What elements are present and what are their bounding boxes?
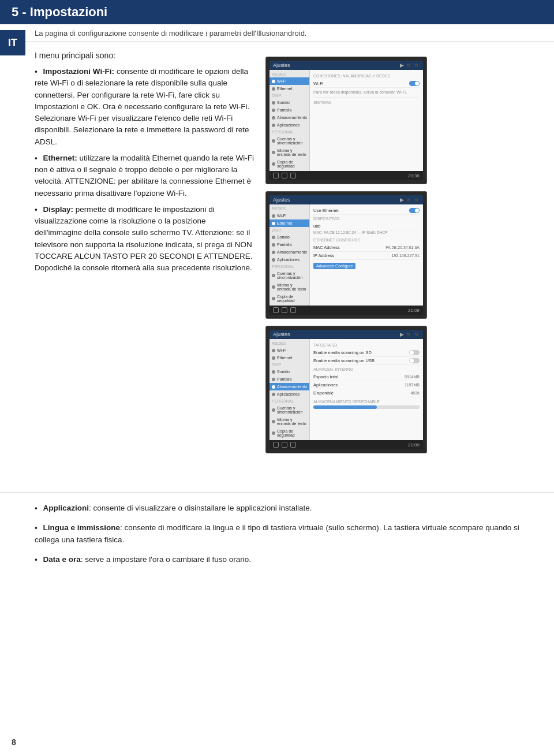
screenshot-storage: Ajustes ▶ ◾ ◾ REDES Wi-Fi Et	[265, 326, 427, 453]
cuentas-dot-2	[272, 274, 275, 277]
sidebar-item-idioma-3[interactable]: Idioma y entrada de texto	[269, 416, 309, 427]
wifi-dot-3	[272, 349, 275, 352]
sidebar-group-dispositivo-3: DISP.	[269, 362, 309, 368]
nav-back-1	[273, 173, 279, 178]
screenshot-sidebar-1: REDES Wi-Fi Ethernet DISP.	[269, 70, 310, 171]
sidebar-item-cuentas-3[interactable]: Cuentas y sincronización	[269, 404, 309, 416]
wifi-section-label-2: SISTEMA	[313, 100, 420, 105]
bottom-text-applicazioni: : consente di visualizzare o disinstalla…	[89, 504, 312, 512]
menu-item-ethernet: Ethernet: utilizzare la modalità Etherne…	[35, 152, 254, 199]
sidebar-item-wifi-2[interactable]: Wi-Fi	[269, 212, 309, 219]
app-dot-3	[272, 393, 275, 396]
sidebar-app-label-1: Aplicaciones	[277, 123, 300, 127]
ethernet-dot-3	[272, 356, 275, 360]
ip-address-row: IP Address 192.168.227.91	[313, 252, 420, 260]
nav-back-3	[273, 442, 279, 448]
wifi-toggle[interactable]	[409, 81, 420, 86]
sidebar-group-redes-3: REDES	[269, 340, 309, 347]
page-number: 8	[12, 738, 16, 747]
menu-item-display-text: permette di modificare le impostazioni d…	[35, 205, 253, 272]
sidebar-sonido-label-3: Sonido	[277, 370, 290, 374]
copia-dot-1	[272, 162, 275, 166]
sidebar-item-idioma-2[interactable]: Idioma y entrada de texto	[269, 281, 309, 293]
sidebar-item-wifi-1[interactable]: Wi-Fi	[269, 77, 309, 85]
sidebar-item-copia-3[interactable]: Copia de seguridad	[269, 427, 309, 439]
bottom-text: Applicazioni: consente di visualizzare o…	[0, 492, 554, 582]
mac-address-label: MAC Address	[313, 245, 340, 250]
sidebar-group-personal-2: PERSONAL	[269, 263, 309, 270]
screenshot-main-1: CONEXIONES INALÁMBRICAS Y REDES Wi-Fi Pa…	[310, 70, 423, 171]
screenshot-header-3: Ajustes ▶ ◾ ◾	[269, 330, 423, 339]
bottom-label-data: Data e ora	[43, 555, 81, 564]
screenshot-inner-2: Ajustes ▶ ◾ ◾ REDES Wi-Fi Et	[269, 195, 423, 315]
nav-home-2	[282, 307, 287, 313]
enable-sd-toggle[interactable]	[409, 350, 420, 355]
screenshot-time-1: 20:38	[408, 173, 420, 178]
ethernet-toggle[interactable]	[409, 208, 420, 213]
sidebar-app-label-2: Aplicaciones	[277, 258, 300, 262]
screenshot-header-1: Ajustes ▶ ◾ ◾	[269, 61, 423, 70]
storage-bar	[313, 405, 420, 409]
sidebar-item-idioma-1[interactable]: Idioma y entrada de texto	[269, 147, 309, 158]
advanced-configure-btn[interactable]: Advanced Configure	[313, 263, 355, 269]
enable-sd-row: Enable media scanning on SD	[313, 349, 420, 357]
sidebar-item-almacen-1[interactable]: Almacenamiento	[269, 114, 309, 121]
sidebar-wifi-label-1: Wi-Fi	[277, 79, 286, 83]
storage-bar-fill	[313, 405, 377, 409]
sidebar-item-app-2[interactable]: Aplicaciones	[269, 256, 309, 263]
sonido-dot-3	[272, 370, 275, 374]
bottom-label-lingua: Lingua e immissione	[43, 523, 121, 532]
ethernet-mac-info: MAC: FA:CE:12:12:8C:24 — IP Static DHCP	[313, 230, 420, 236]
sonido-dot-2	[272, 236, 275, 239]
sidebar-item-cuentas-1[interactable]: Cuentas y sincronización	[269, 135, 309, 147]
sidebar-sonido-label-1: Sonido	[277, 100, 290, 105]
section-title: 5 - Impostazioni	[12, 5, 107, 20]
sidebar-item-wifi-3[interactable]: Wi-Fi	[269, 347, 309, 354]
aplicaciones-row-label: Aplicaciones	[313, 382, 338, 388]
sidebar-copia-label-2: Copia de seguridad	[277, 295, 307, 303]
sidebar-item-pantalla-3[interactable]: Pantalla	[269, 375, 309, 383]
sidebar-item-copia-1[interactable]: Copia de seguridad	[269, 158, 309, 170]
enable-usb-label: Enable media scanning on USB	[313, 358, 375, 363]
nav-menu-3	[290, 442, 296, 448]
sidebar-item-sonido-3[interactable]: Sonido	[269, 368, 309, 375]
sidebar-cuentas-label-3: Cuentas y sincronización	[277, 406, 307, 414]
almacen-interno-label: ALMACEN. INTERNO	[313, 367, 420, 371]
ethernet-dot-1	[272, 87, 275, 91]
screenshot-footer-3: 21:09	[269, 440, 423, 449]
it-badge: IT	[0, 30, 25, 55]
sidebar-item-ethernet-2[interactable]: Ethernet	[269, 219, 309, 227]
sidebar-ethernet-label-2: Ethernet	[277, 221, 292, 225]
enable-usb-toggle[interactable]	[409, 358, 420, 363]
sidebar-group-personal-3: PERSONAL	[269, 398, 309, 404]
screenshot-nav-2	[273, 307, 296, 313]
sidebar-item-app-1[interactable]: Aplicaciones	[269, 121, 309, 129]
sidebar-item-ethernet-3[interactable]: Ethernet	[269, 354, 309, 362]
sidebar-ethernet-label-1: Ethernet	[277, 87, 292, 91]
sidebar-item-cuentas-2[interactable]: Cuentas y sincronización	[269, 270, 309, 281]
sidebar-item-pantalla-2[interactable]: Pantalla	[269, 241, 309, 248]
screenshot-body-3: REDES Wi-Fi Ethernet DISP.	[269, 339, 423, 440]
sidebar-item-app-3[interactable]: Aplicaciones	[269, 390, 309, 398]
copia-dot-2	[272, 297, 275, 300]
sidebar-item-copia-2[interactable]: Copia de seguridad	[269, 293, 309, 304]
almacen-dot-3	[272, 385, 275, 389]
screenshot-sidebar-3: REDES Wi-Fi Ethernet DISP.	[269, 339, 310, 440]
sidebar-copia-label-3: Copia de seguridad	[277, 429, 307, 437]
menu-item-display: Display: permette di modificare le impos…	[35, 204, 254, 274]
bottom-item-data: Data e ora: serve a impostare l'ora o ca…	[35, 553, 542, 566]
sidebar-item-almacen-3[interactable]: Almacenamiento	[269, 383, 309, 390]
sidebar-group-dispositivo: DISP.	[269, 92, 309, 99]
espacio-total-row: Espacio total 5914MB	[313, 373, 420, 381]
sidebar-item-almacen-2[interactable]: Almacenamiento	[269, 248, 309, 256]
sidebar-item-ethernet-1[interactable]: Ethernet	[269, 85, 309, 92]
sidebar-item-pantalla-1[interactable]: Pantalla	[269, 106, 309, 114]
idioma-dot-1	[272, 151, 275, 154]
sidebar-item-sonido-1[interactable]: Sonido	[269, 99, 309, 106]
sidebar-group-dispositivo-2: DISP.	[269, 227, 309, 233]
screenshot-sidebar-2: REDES Wi-Fi Ethernet DISP.	[269, 204, 310, 306]
screenshots-column: Ajustes ▶ ◾ ◾ REDES Wi-Fi Et	[265, 57, 433, 483]
sidebar-item-sonido-2[interactable]: Sonido	[269, 233, 309, 241]
sidebar-sonido-label-2: Sonido	[277, 235, 290, 239]
menu-item-wifi-label: Impostazioni Wi-Fi:	[43, 67, 115, 76]
